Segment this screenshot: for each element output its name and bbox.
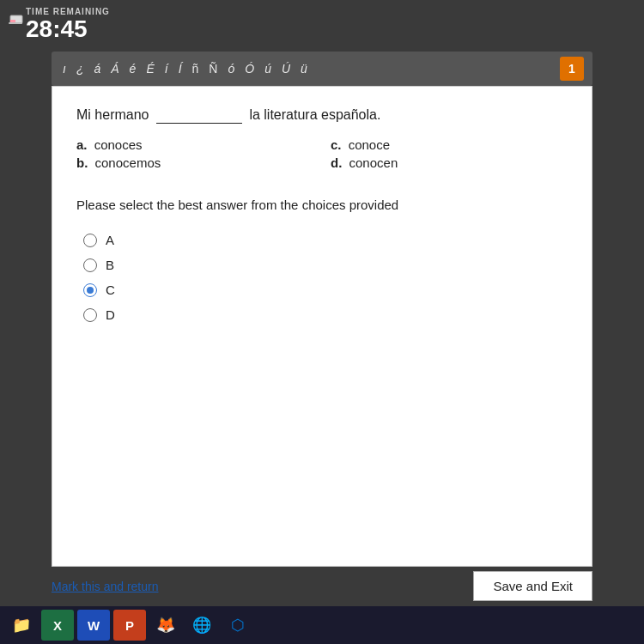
taskbar-file-explorer[interactable]: 📁 bbox=[5, 610, 38, 641]
char-btn-inverted-question[interactable]: ¿ bbox=[74, 61, 87, 76]
char-btn-i-acute[interactable]: í bbox=[162, 61, 171, 76]
char-btn-O-acute[interactable]: Ó bbox=[242, 61, 257, 76]
radio-option-B[interactable]: B bbox=[83, 258, 568, 272]
choice-d: d. conocen bbox=[331, 155, 568, 170]
instruction-text: Please select the best answer from the c… bbox=[76, 197, 568, 212]
sentence-after: la literatura española. bbox=[249, 107, 380, 122]
char-btn-e-acute[interactable]: é bbox=[127, 61, 139, 76]
bottom-bar: Mark this and return Save and Exit bbox=[52, 571, 592, 601]
char-btn-n-tilde[interactable]: ñ bbox=[190, 61, 202, 76]
char-btn-U-acute[interactable]: Ú bbox=[279, 61, 293, 76]
choice-c: c. conoce bbox=[331, 137, 568, 152]
mark-return-button[interactable]: Mark this and return bbox=[52, 580, 159, 593]
quiz-panel: Mi hermano la literatura española. a. co… bbox=[52, 86, 592, 567]
taskbar-edge[interactable]: ⬡ bbox=[222, 610, 254, 641]
question-sentence: Mi hermano la literatura española. bbox=[76, 107, 568, 124]
taskbar-excel[interactable]: X bbox=[41, 610, 74, 641]
radio-options: A B C D bbox=[83, 233, 568, 322]
char-btn-E-acute[interactable]: É bbox=[143, 61, 156, 76]
choice-b: b. conocemos bbox=[76, 155, 313, 170]
radio-circle-D bbox=[83, 308, 97, 322]
taskbar-firefox[interactable]: 🦊 bbox=[149, 610, 182, 641]
taskbar-browser2[interactable]: 🌐 bbox=[185, 610, 218, 641]
radio-circle-C bbox=[83, 283, 97, 297]
blank-space bbox=[156, 107, 242, 124]
taskbar-powerpoint[interactable]: P bbox=[113, 610, 146, 641]
radio-option-C[interactable]: C bbox=[83, 283, 568, 297]
radio-circle-A bbox=[83, 234, 97, 247]
taskbar: 📁 X W P 🦊 🌐 ⬡ bbox=[0, 606, 644, 644]
choices-grid: a. conoces c. conoce b. conocemos d. con… bbox=[76, 137, 568, 170]
radio-label-D: D bbox=[106, 307, 115, 322]
radio-label-A: A bbox=[106, 233, 114, 247]
radio-option-A[interactable]: A bbox=[83, 233, 568, 247]
timer-value: 28:45 bbox=[26, 16, 110, 43]
save-exit-button[interactable]: Save and Exit bbox=[473, 571, 592, 601]
char-btn-u-umlaut[interactable]: ü bbox=[298, 61, 310, 76]
radio-label-C: C bbox=[106, 283, 115, 297]
char-toolbar: ı ¿ á Á é É í Í ñ Ñ ó Ó ú Ú ü 1 bbox=[52, 52, 592, 86]
radio-circle-B bbox=[83, 258, 97, 272]
char-btn-i-dotless[interactable]: ı bbox=[60, 61, 69, 76]
taskbar-word[interactable]: W bbox=[77, 610, 110, 641]
char-btn-N-tilde[interactable]: Ñ bbox=[206, 61, 220, 76]
sentence-before: Mi hermano bbox=[76, 107, 149, 122]
question-number-badge: 1 bbox=[560, 57, 584, 81]
choice-a: a. conoces bbox=[76, 137, 313, 152]
eraser-icon bbox=[7, 10, 24, 27]
radio-option-D[interactable]: D bbox=[83, 307, 568, 322]
radio-label-B: B bbox=[106, 258, 114, 272]
char-btn-o-acute[interactable]: ó bbox=[225, 61, 237, 76]
char-btn-I-acute[interactable]: Í bbox=[176, 61, 185, 76]
desktop: TIME REMAINING 28:45 ı ¿ á Á é É í Í ñ Ñ… bbox=[0, 0, 644, 644]
timer-area: TIME REMAINING 28:45 bbox=[26, 7, 110, 43]
svg-rect-2 bbox=[9, 22, 22, 24]
char-btn-u-acute[interactable]: ú bbox=[262, 61, 274, 76]
char-btn-a-acute[interactable]: á bbox=[91, 61, 103, 76]
char-btn-A-acute[interactable]: Á bbox=[108, 61, 121, 76]
